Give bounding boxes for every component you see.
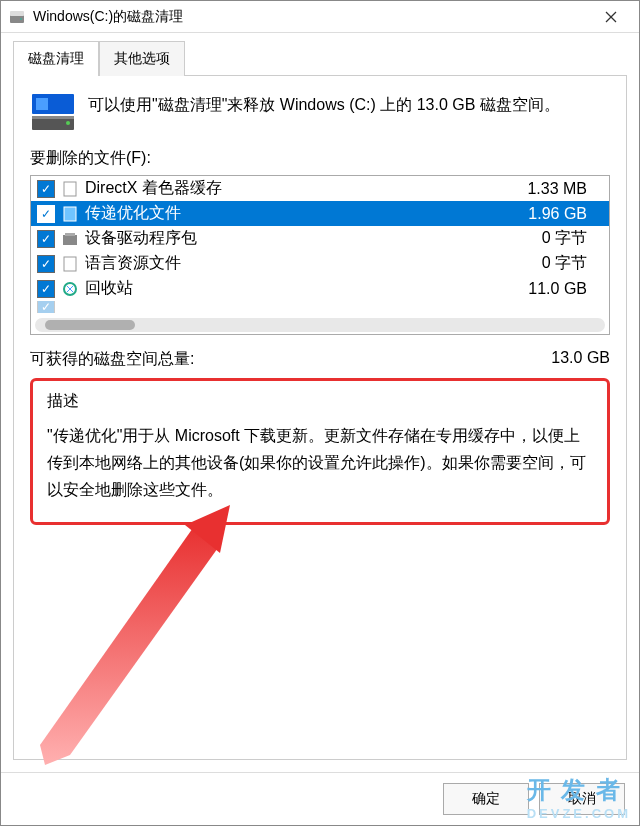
file-name: 传递优化文件 [85,203,507,224]
file-name: 回收站 [85,278,507,299]
file-name: 语言资源文件 [85,253,507,274]
checkbox-icon[interactable]: ✓ [37,205,55,223]
svg-rect-8 [32,116,74,119]
svg-rect-6 [36,98,48,110]
description-title: 描述 [47,391,593,412]
svg-rect-11 [64,207,76,221]
file-icon [61,255,79,273]
checkbox-icon[interactable]: ✓ [37,230,55,248]
file-row-language-res[interactable]: ✓ 语言资源文件 0 字节 [31,251,609,276]
total-label: 可获得的磁盘空间总量: [30,349,194,370]
files-list-label: 要删除的文件(F): [30,148,610,169]
disk-cleanup-icon [9,9,25,25]
intro-section: 可以使用"磁盘清理"来释放 Windows (C:) 上的 13.0 GB 磁盘… [30,92,610,132]
tab-cleanup[interactable]: 磁盘清理 [13,41,99,76]
disk-icon [30,92,76,132]
file-row-delivery-opt[interactable]: ✓ 传递优化文件 1.96 GB [31,201,609,226]
svg-rect-1 [10,11,24,16]
file-icon [61,180,79,198]
file-size: 11.0 GB [507,280,587,298]
total-row: 可获得的磁盘空间总量: 13.0 GB [30,349,610,370]
svg-point-9 [66,121,70,125]
file-row-partial[interactable]: ✓ [31,301,609,313]
disk-cleanup-window: Windows(C:)的磁盘清理 磁盘清理 其他选项 可以使用"磁盘清理"来释放… [0,0,640,826]
file-row-recycle-bin[interactable]: ✓ 回收站 11.0 GB [31,276,609,301]
spacer [30,525,610,743]
file-size: 0 字节 [507,253,587,274]
files-list[interactable]: ✓ DirectX 着色器缓存 1.33 MB ✓ 传递优化文件 1.96 GB… [30,175,610,335]
description-text: "传递优化"用于从 Microsoft 下载更新。更新文件存储在专用缓存中，以便… [47,422,593,504]
svg-rect-13 [65,233,75,236]
scrollbar-thumb[interactable] [45,320,135,330]
close-button[interactable] [591,2,631,32]
svg-marker-16 [40,525,220,765]
window-title: Windows(C:)的磁盘清理 [33,8,591,26]
checkbox-icon[interactable]: ✓ [37,301,55,313]
tab-other-options[interactable]: 其他选项 [99,41,185,76]
recycle-icon [61,280,79,298]
file-size: 1.96 GB [507,205,587,223]
svg-point-2 [20,18,22,20]
file-row-driver-packages[interactable]: ✓ 设备驱动程序包 0 字节 [31,226,609,251]
intro-text: 可以使用"磁盘清理"来释放 Windows (C:) 上的 13.0 GB 磁盘… [88,92,560,132]
checkbox-icon[interactable]: ✓ [37,180,55,198]
tab-bar: 磁盘清理 其他选项 [1,33,639,76]
titlebar: Windows(C:)的磁盘清理 [1,1,639,33]
package-icon [61,230,79,248]
total-value: 13.0 GB [551,349,610,370]
file-name: 设备驱动程序包 [85,228,507,249]
button-bar: 确定 取消 开 发 者 DEVZE.COM [1,772,639,825]
svg-rect-12 [63,235,77,245]
checkbox-icon[interactable]: ✓ [37,255,55,273]
cancel-button[interactable]: 取消 [539,783,625,815]
file-icon [61,205,79,223]
scrollbar[interactable] [35,318,605,332]
svg-rect-10 [64,182,76,196]
ok-button[interactable]: 确定 [443,783,529,815]
file-name: DirectX 着色器缓存 [85,178,507,199]
svg-rect-14 [64,257,76,271]
file-row-directx[interactable]: ✓ DirectX 着色器缓存 1.33 MB [31,176,609,201]
file-size: 1.33 MB [507,180,587,198]
annotation-arrow-icon [20,495,320,775]
checkbox-icon[interactable]: ✓ [37,280,55,298]
file-size: 0 字节 [507,228,587,249]
description-box: 描述 "传递优化"用于从 Microsoft 下载更新。更新文件存储在专用缓存中… [30,378,610,525]
tab-panel: 可以使用"磁盘清理"来释放 Windows (C:) 上的 13.0 GB 磁盘… [13,75,627,760]
